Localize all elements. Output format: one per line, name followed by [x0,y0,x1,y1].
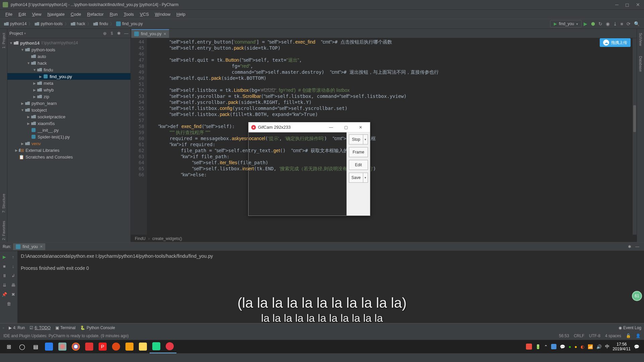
breadcrumb-0[interactable]: python14 [3,21,28,27]
inspection-icon[interactable]: 👤 [636,334,641,338]
tree-item-find-you-py[interactable]: ▶find_you.py [7,73,130,80]
menu-vcs[interactable]: VCS [137,10,152,18]
tree-item-findu[interactable]: ▼findu [7,66,130,73]
tree-item-xiaomi5s[interactable]: ▶xiaomi5s [7,120,130,127]
system-tray[interactable]: 🔋 ⌃ 💬 ● ● ◐ 📶 🔊 中 17:56 2019/4/11 💬 [526,342,642,351]
breadcrumb-method[interactable]: create_widgets() [152,236,182,241]
menu-refactor[interactable]: Refactor [85,10,106,18]
python-console-tool-button[interactable]: 🐍 Python Console [80,325,115,330]
tree-item-scratches-and-consoles[interactable]: 📋Scratches and Consoles [7,154,130,160]
tray-notifications-icon[interactable]: 💬 [634,344,639,349]
tray-wifi-icon[interactable]: 📶 [588,344,593,349]
profiler-button-icon[interactable]: ◉ [604,21,611,26]
tray-clock[interactable]: 17:56 2019/4/11 [613,342,631,351]
taskbar-app-4[interactable] [109,340,123,353]
indent-info[interactable]: 4 spaces [605,334,621,338]
scroll-from-source-icon[interactable]: ⊕ [103,31,107,36]
structure-tool-tab[interactable]: 7: Structure [1,192,6,215]
taskbar-chrome[interactable] [69,340,83,353]
menu-view[interactable]: View [29,10,44,18]
close-run-tab-icon[interactable]: ✕ [40,245,43,248]
scrollbar-thumb[interactable] [633,105,636,132]
menu-window[interactable]: Window [152,10,173,18]
caret-position[interactable]: 56:53 [559,334,569,338]
gifcam-capture-region[interactable] [249,132,346,216]
collapse-all-icon[interactable]: ⥮ [110,31,114,36]
tray-icon[interactable] [551,344,556,349]
project-tool-tab[interactable]: 1: Project [1,31,6,50]
tray-icon[interactable]: 🔋 [535,344,541,349]
gifcam-maximize-icon[interactable]: ▢ [339,123,353,131]
tree-item---init---py[interactable]: __init__.py [7,127,130,133]
gifcam-minimize-icon[interactable]: — [324,123,338,131]
taskbar-app-1[interactable] [42,340,56,353]
tree-item-zip[interactable]: ▶zip [7,93,130,100]
stop-button-icon[interactable]: ■ [619,21,625,26]
run-tab[interactable]: find_you ✕ [13,243,45,250]
update-button-icon[interactable]: ⟳ [625,21,632,26]
dropdown-icon[interactable]: ▾ [363,135,368,144]
settings-icon[interactable]: ✱ [117,31,121,36]
tray-icon[interactable] [526,344,532,350]
menu-edit[interactable]: Edit [16,10,29,18]
cortana-icon[interactable]: ◯ [15,340,29,353]
hide-run-icon[interactable]: — [633,244,641,249]
tree-item-auto[interactable]: auto [7,53,130,60]
tree-item-toobject[interactable]: ▼toobject [7,107,130,113]
gifcam-edit-button[interactable]: Edit [349,160,368,170]
tree-item-python-tools[interactable]: ▼python-tools [7,46,130,53]
search-everywhere-icon[interactable]: 🔍 [632,21,641,26]
dropdown-icon[interactable]: ▾ [363,173,368,182]
step-down-icon[interactable]: ↓ [9,262,17,270]
tree-item-meta[interactable]: ▶meta [7,80,130,86]
taskbar-app-3[interactable]: P [96,340,109,353]
hide-bottom-icon[interactable]: ▫ [3,326,4,330]
menu-tools[interactable]: Tools [121,10,137,18]
tree-item-hack[interactable]: ▼hack [7,60,130,66]
tree-item-whyb[interactable]: ▶whyb [7,86,130,93]
tree-item-external-libraries[interactable]: ▶⊞External Libraries [7,147,130,154]
gifcam-frame-button[interactable]: Frame [349,147,368,157]
stop-icon[interactable]: ■ [1,262,8,270]
tray-volume-icon[interactable]: 🔊 [596,344,602,349]
attach-button-icon[interactable]: ⤓ [611,21,619,26]
editor-tab-find-you[interactable]: find_you.py ✕ [131,29,169,38]
taskbar-app-5[interactable] [123,340,136,353]
window-minimize-icon[interactable]: ─ [615,2,619,7]
tray-icon[interactable]: ◐ [581,344,584,349]
tray-wechat-icon[interactable]: ● [569,344,571,349]
menu-file[interactable]: File [3,10,15,18]
code-editor[interactable]: "self">self.entry_button['command'] = "s… [147,38,637,235]
file-encoding[interactable]: UTF-8 [589,334,600,338]
step-up-icon[interactable]: ↑ [9,253,17,260]
window-maximize-icon[interactable]: ◻ [625,2,629,7]
print-icon[interactable]: 🖶 [9,281,17,289]
tree-item-venv[interactable]: ▶venv [7,140,130,147]
soft-wrap-icon[interactable]: ↲ [9,272,17,279]
taskbar-gifcam[interactable] [163,340,176,353]
run-settings-icon[interactable]: ✱ [626,244,633,249]
menu-navigate[interactable]: Navigate [45,10,67,18]
terminal-tool-button[interactable]: ▣ Terminal [55,325,75,330]
tree-item-socketpractice[interactable]: ▶socketpractice [7,113,130,120]
tray-language-icon[interactable]: 中 [605,344,609,350]
close-tab-icon[interactable]: ✕ [163,32,166,36]
tray-icon[interactable]: 💬 [560,344,565,349]
breadcrumb-class[interactable]: FindU [135,236,146,241]
sciview-tab[interactable]: SciView [638,31,643,48]
tray-expand-icon[interactable]: ⌃ [544,344,548,349]
breadcrumb-4[interactable]: find_you.py [115,21,144,27]
floating-badge[interactable]: 61 [632,291,642,301]
event-log-button[interactable]: ◉ Event Log [619,325,641,330]
run-config-selector[interactable]: ▶ find_you ▾ [550,20,581,27]
gifcam-stop-button[interactable]: Stop▾ [349,134,368,144]
menu-run[interactable]: Run [107,10,120,18]
hide-panel-icon[interactable]: — [124,31,128,36]
debug-button-icon[interactable]: ⬢ [589,21,597,26]
task-view-icon[interactable]: ▤ [29,340,42,353]
taskbar-app-2[interactable] [56,340,69,353]
tray-icon[interactable]: ● [575,344,577,349]
line-gutter[interactable]: 44 45 46 47 48 49 50 51 52 53 54 55 56 5… [131,38,147,235]
run-tool-button[interactable]: ▶ 4: Run [9,325,25,330]
database-tab[interactable]: Database [638,54,643,74]
